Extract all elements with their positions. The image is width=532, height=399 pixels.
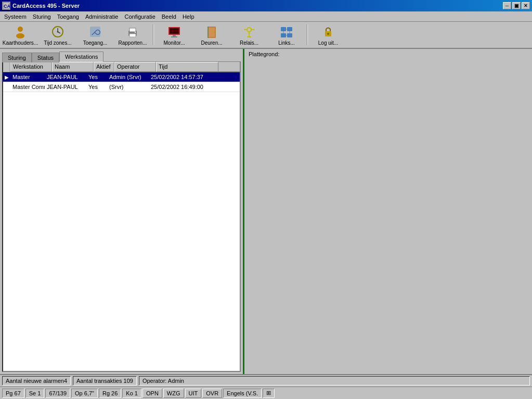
restore-button[interactable]: ▣ (512, 2, 521, 9)
main-area: Sturing Status Werkstations Werkstation … (0, 49, 532, 374)
cell-naam-2: JEAN-PAUL (45, 83, 86, 91)
plattegrond-label: Plattegrond: (249, 51, 279, 57)
status-ko: Ko 1 (122, 389, 141, 398)
status-rg: Rg 26 (99, 389, 121, 398)
tab-sturing[interactable]: Sturing (2, 53, 32, 62)
status-pos: 67/139 (45, 389, 70, 398)
svg-rect-26 (281, 27, 286, 31)
table-header: Werkstation Naam Aktief Operator Tijd (3, 62, 240, 72)
tab-status[interactable]: Status (32, 53, 59, 62)
transactions-status: Aantal transakties 109 (73, 376, 137, 385)
cell-tijd-1: 25/02/2002 14:57:37 (149, 73, 211, 81)
toolbar-monitor[interactable]: Monitor... (156, 23, 192, 47)
toolbar-deuren[interactable]: Deuren... (193, 23, 230, 47)
svg-rect-15 (173, 35, 176, 36)
cell-operator-1: Admin (Srvr) (107, 73, 149, 81)
status-opn: OPN (142, 389, 162, 398)
title-bar: CA CardAccess 495 - Server ─ ▣ ✕ (0, 0, 532, 11)
status-bar-2: Pg 67 Se 1 67/139 Op 6,7" Rg 26 Ko 1 OPN… (0, 387, 532, 399)
tab-werkstations[interactable]: Werkstations (59, 52, 103, 62)
status-ovr: OVR (202, 389, 222, 398)
col-header-operator: Operator (114, 62, 156, 72)
status-op: Op 6,7" (71, 389, 98, 398)
svg-rect-16 (171, 36, 177, 37)
menu-help[interactable]: Help (179, 12, 198, 21)
menu-bar: Systeem Sturing Toegang Administratie Co… (0, 11, 532, 22)
key-icon (88, 24, 102, 39)
toolbar-relais[interactable]: Relais... (231, 23, 267, 47)
status-wzg: WZG (163, 389, 184, 398)
table-row[interactable]: ▶ Master JEAN-PAUL Yes Admin (Srvr) 25/0… (3, 72, 240, 82)
svg-point-19 (214, 31, 215, 33)
werkstations-table: Werkstation Naam Aktief Operator Tijd ▶ … (2, 61, 241, 372)
table-body: ▶ Master JEAN-PAUL Yes Admin (Srvr) 25/0… (3, 72, 240, 371)
cell-operator-2: (Srvr) (107, 83, 149, 91)
svg-rect-28 (281, 33, 286, 37)
svg-rect-29 (287, 33, 292, 37)
table-row[interactable]: Master Comm JEAN-PAUL Yes (Srvr) 25/02/2… (3, 82, 240, 92)
col-header-naam: Naam (52, 62, 94, 72)
status-se: Se 1 (25, 389, 45, 398)
cell-werkstation-2: Master Comm (10, 83, 45, 91)
col-header-tijd: Tijd (156, 62, 218, 72)
toolbar-links[interactable]: Links... (268, 23, 305, 47)
menu-configuratie[interactable]: Configuratie (121, 12, 158, 21)
operator-status: Operator: Admin (139, 376, 530, 385)
toolbar-logout[interactable]: Log uit... (310, 23, 346, 47)
cell-aktief-2: Yes (86, 83, 107, 91)
toolbar-separator-2 (307, 24, 308, 45)
window-title: CardAccess 495 - Server (12, 3, 80, 9)
cell-naam-1: JEAN-PAUL (45, 73, 86, 81)
cell-aktief-1: Yes (86, 73, 107, 81)
svg-point-35 (327, 33, 329, 35)
status-lang: Engels (V.S. (223, 389, 262, 398)
svg-text:CA: CA (4, 4, 10, 9)
menu-toegang[interactable]: Toegang (54, 12, 82, 21)
door-icon (204, 24, 219, 39)
minimize-button[interactable]: ─ (503, 2, 511, 9)
status-icon: ⊞ (263, 389, 275, 398)
menu-beeld[interactable]: Beeld (159, 12, 179, 21)
menu-sturing[interactable]: Sturing (30, 12, 54, 21)
lock-icon (321, 24, 335, 39)
row-indicator-2 (3, 82, 10, 92)
toolbar: Kaarthouders... Tijd zones... Toegang... (0, 22, 532, 49)
status-pg: Pg 67 (2, 389, 24, 398)
svg-point-3 (16, 33, 24, 38)
menu-systeem[interactable]: Systeem (1, 12, 30, 21)
toolbar-kaarthouders[interactable]: Kaarthouders... (2, 23, 38, 47)
relay-icon (242, 24, 256, 39)
status-bar-1: Aantal nieuwe alarmen4 Aantal transaktie… (0, 374, 532, 387)
svg-rect-20 (207, 27, 209, 38)
clock-icon (50, 24, 65, 39)
svg-rect-12 (135, 32, 136, 33)
printer-icon (125, 24, 140, 39)
tabs-bar: Sturing Status Werkstations (2, 51, 241, 61)
person-icon (13, 24, 28, 39)
col-header-aktief: Aktief (94, 62, 114, 72)
svg-rect-14 (170, 28, 179, 34)
col-header-werkstation: Werkstation (10, 62, 52, 72)
cell-tijd-2: 25/02/2002 16:49:00 (149, 83, 211, 91)
svg-point-21 (247, 28, 251, 32)
toolbar-rapporten[interactable]: Rapporten... (114, 23, 151, 47)
status-uit: UIT (185, 389, 202, 398)
svg-point-2 (18, 27, 23, 32)
menu-administratie[interactable]: Administratie (82, 12, 122, 21)
right-panel: Plattegrond: (244, 49, 532, 374)
toolbar-tijdzones[interactable]: Tijd zones... (40, 23, 76, 47)
links-icon (279, 24, 294, 39)
row-indicator-1: ▶ (3, 72, 10, 82)
svg-rect-10 (129, 28, 136, 32)
svg-rect-27 (287, 27, 292, 31)
alarms-status: Aantal nieuwe alarmen4 (2, 376, 71, 385)
cell-werkstation-1: Master (10, 73, 45, 81)
app-icon: CA (2, 2, 10, 10)
svg-point-7 (57, 31, 59, 32)
left-panel: Sturing Status Werkstations Werkstation … (0, 49, 244, 374)
toolbar-separator-1 (153, 24, 154, 45)
close-button[interactable]: ✕ (522, 2, 530, 9)
monitor-icon (167, 24, 181, 39)
svg-rect-11 (129, 34, 136, 37)
toolbar-toegang[interactable]: Toegang... (77, 23, 113, 47)
